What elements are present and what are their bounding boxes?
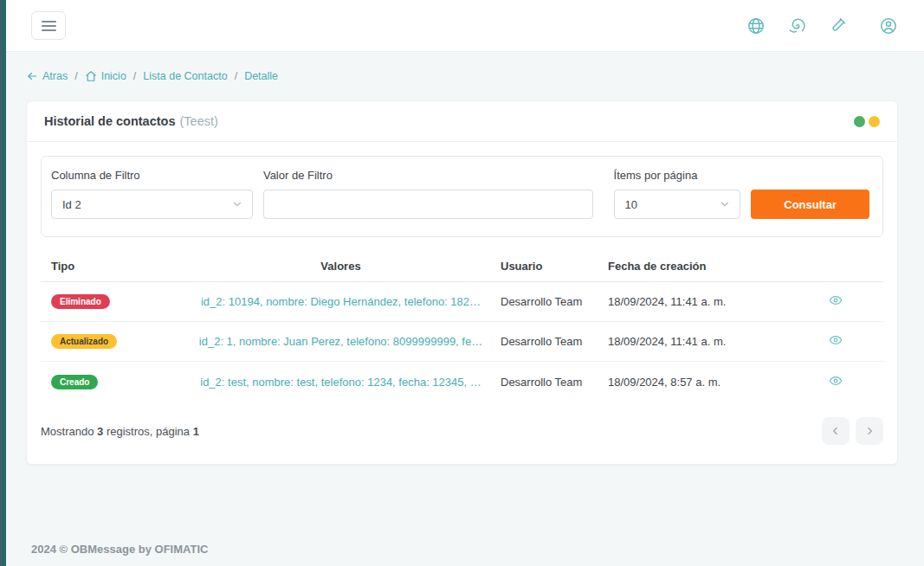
items-per-page-label: Ítems por página bbox=[614, 169, 741, 182]
status-dot-green bbox=[854, 116, 865, 127]
chevron-right-icon bbox=[863, 425, 876, 437]
hamburger-icon bbox=[42, 21, 56, 23]
topbar bbox=[0, 0, 924, 52]
breadcrumb-separator: / bbox=[235, 70, 237, 82]
previous-page-button[interactable] bbox=[822, 417, 850, 445]
page-subtitle: (Teest) bbox=[179, 114, 217, 128]
spiral-icon[interactable] bbox=[787, 16, 806, 35]
breadcrumb-separator: / bbox=[133, 70, 136, 82]
breadcrumb-inicio[interactable]: Inicio bbox=[85, 70, 126, 82]
row-user: Desarrollo Team bbox=[501, 335, 608, 348]
status-badge: Creado bbox=[51, 375, 98, 389]
back-arrow-icon bbox=[26, 70, 38, 82]
results-summary: Mostrando 3 registros, página 1 bbox=[41, 425, 199, 438]
filter-value-input[interactable] bbox=[263, 190, 593, 219]
status-dot-yellow bbox=[869, 116, 880, 127]
eye-icon bbox=[829, 374, 843, 388]
filter-panel: Columna de Filtro Id 2 Valor de Filtro Í… bbox=[41, 156, 883, 237]
view-details-button[interactable] bbox=[829, 293, 843, 310]
user-icon[interactable] bbox=[879, 16, 898, 35]
column-header-fecha: Fecha de creación bbox=[608, 260, 798, 273]
filter-column-label: Columna de Filtro bbox=[51, 169, 253, 182]
breadcrumb: Atras / Inicio / Lista de Contacto / Det… bbox=[26, 70, 898, 82]
next-page-button[interactable] bbox=[856, 417, 883, 445]
row-values-link[interactable]: id_2: 10194, nombre: Diego Hernández, te… bbox=[181, 295, 501, 308]
chevron-down-icon bbox=[719, 198, 731, 210]
eye-icon bbox=[829, 333, 843, 347]
home-icon bbox=[85, 70, 97, 82]
test-tube-icon[interactable] bbox=[828, 16, 847, 35]
contacts-history-table: Tipo Valores Usuario Fecha de creación E… bbox=[41, 251, 883, 402]
view-details-button[interactable] bbox=[829, 333, 843, 350]
row-date: 18/09/2024, 11:41 a. m. bbox=[608, 335, 798, 348]
breadcrumb-separator: / bbox=[74, 70, 77, 82]
column-header-usuario: Usuario bbox=[501, 260, 608, 273]
breadcrumb-lista-de-contacto[interactable]: Lista de Contacto bbox=[143, 70, 227, 82]
view-details-button[interactable] bbox=[829, 374, 843, 390]
column-header-valores: Valores bbox=[181, 260, 501, 273]
row-date: 18/09/2024, 8:57 a. m. bbox=[608, 376, 798, 389]
sidebar-edge bbox=[0, 0, 6, 566]
row-date: 18/09/2024, 11:41 a. m. bbox=[608, 295, 798, 308]
table-row: Eliminado id_2: 10194, nombre: Diego Her… bbox=[41, 282, 883, 322]
filter-value-label: Valor de Filtro bbox=[263, 169, 593, 182]
status-badge: Actualizado bbox=[51, 334, 117, 349]
table-footer: Mostrando 3 registros, página 1 bbox=[27, 402, 897, 464]
status-badge: Eliminado bbox=[51, 294, 110, 309]
history-card: Historial de contactos (Teest) Columna d… bbox=[26, 100, 898, 465]
items-per-page-select[interactable]: 10 bbox=[614, 190, 741, 219]
filter-column-select[interactable]: Id 2 bbox=[51, 190, 253, 219]
breadcrumb-detalle[interactable]: Detalle bbox=[244, 70, 278, 82]
table-row: Creado id_2: test, nombre: test, telefon… bbox=[41, 362, 883, 402]
row-user: Desarrollo Team bbox=[501, 295, 608, 308]
row-values-link[interactable]: id_2: 1, nombre: Juan Perez, telefono: 8… bbox=[181, 335, 501, 348]
row-user: Desarrollo Team bbox=[501, 376, 608, 389]
consultar-button[interactable]: Consultar bbox=[751, 190, 869, 219]
eye-icon bbox=[829, 293, 843, 307]
page-title: Historial de contactos bbox=[44, 114, 175, 128]
chevron-down-icon bbox=[231, 198, 243, 210]
chevron-left-icon bbox=[830, 425, 842, 437]
column-header-tipo: Tipo bbox=[51, 260, 181, 273]
copyright-text: 2024 © OBMessage by OFIMATIC bbox=[31, 543, 208, 556]
menu-button[interactable] bbox=[31, 11, 66, 40]
card-header: Historial de contactos (Teest) bbox=[27, 101, 897, 142]
table-header-row: Tipo Valores Usuario Fecha de creación bbox=[41, 251, 883, 282]
table-row: Actualizado id_2: 1, nombre: Juan Perez,… bbox=[41, 322, 883, 362]
breadcrumb-atras[interactable]: Atras bbox=[26, 70, 68, 82]
globe-icon[interactable] bbox=[746, 16, 766, 35]
row-values-link[interactable]: id_2: test, nombre: test, telefono: 1234… bbox=[181, 376, 501, 389]
